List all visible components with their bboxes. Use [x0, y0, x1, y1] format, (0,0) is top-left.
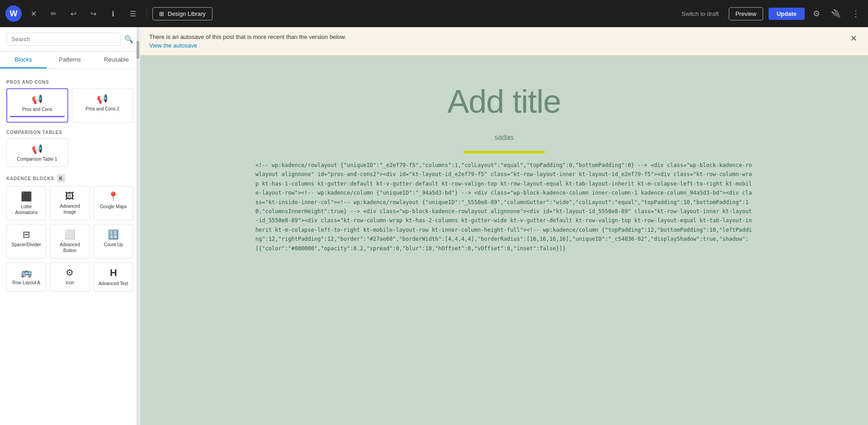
lottie-icon: ⬛: [21, 191, 32, 202]
comparison-tables-section-label: COMPARISON TABLES: [6, 130, 133, 135]
search-input[interactable]: [6, 33, 121, 46]
design-library-icon: ⊞: [159, 10, 164, 17]
count-up-icon: 🔢: [108, 229, 119, 240]
block-item-pros-cons-1[interactable]: 📢 Pros and Cons: [6, 88, 68, 123]
toolbar-separator: [146, 8, 147, 19]
advanced-text-icon: H: [110, 267, 117, 279]
advanced-image-label: Advanced Image: [53, 203, 86, 215]
tab-patterns[interactable]: Patterns: [47, 52, 93, 68]
close-button[interactable]: ✕: [25, 5, 42, 22]
spacer-divider-label: Spacer/Divider: [11, 242, 41, 248]
block-item-count-up[interactable]: 🔢 Count Up: [94, 224, 133, 258]
advanced-image-icon: 🖼: [65, 191, 74, 201]
sidebar: 🔍 Blocks Patterns Reusable PROS AND CONS…: [0, 27, 140, 425]
list-view-button[interactable]: ☰: [125, 5, 141, 22]
autosave-close-button[interactable]: ✕: [849, 33, 859, 43]
advanced-text-label: Advanced Text: [99, 281, 128, 287]
add-title[interactable]: Add title: [149, 83, 859, 120]
plugins-icon[interactable]: 🔌: [828, 6, 844, 21]
toolbar-right: Switch to draft Preview Update ⚙ 🔌 ⋮: [677, 6, 863, 21]
block-item-icon[interactable]: ⚙ Icon: [50, 262, 90, 291]
block-item-advanced-image[interactable]: 🖼 Advanced Image: [50, 186, 90, 220]
block-item-advanced-button[interactable]: ⬜ Advanced Button: [50, 224, 90, 258]
kadence-k-badge: K: [57, 174, 65, 182]
toolbar: W ✕ ✏ ↩ ↪ ℹ ☰ ⊞ Design Library Switch to…: [0, 0, 868, 27]
yellow-underline-decoration: [463, 151, 545, 153]
comparison-tables-grid: 📢 Comparison Table 1: [6, 138, 133, 167]
settings-icon[interactable]: ⚙: [810, 6, 823, 21]
autosave-notice: There is an autosave of this post that i…: [140, 27, 868, 56]
update-button[interactable]: Update: [769, 8, 805, 20]
block-item-pros-cons-2[interactable]: 📢 Pros and Cons 2: [72, 88, 134, 123]
icon-block-label: Icon: [66, 280, 74, 286]
info-button[interactable]: ℹ: [105, 5, 121, 22]
design-library-label: Design Library: [168, 10, 206, 17]
block-item-row-layout[interactable]: 🚌 Row Layout A: [6, 262, 46, 291]
kadence-blocks-label: KADENCE BLOCKS: [6, 176, 54, 181]
editor-area[interactable]: Add title sadas <!-- wp:kadence/rowlayou…: [140, 56, 868, 425]
pros-cons-1-icon: 📢: [32, 94, 43, 105]
block-item-comparison-table-1[interactable]: 📢 Comparison Table 1: [6, 138, 68, 167]
spacer-divider-icon: ⊟: [23, 229, 30, 240]
selected-bar: [10, 116, 65, 117]
kadence-blocks-header: KADENCE BLOCKS K: [6, 174, 133, 182]
icon-block-icon: ⚙: [66, 267, 74, 278]
tab-blocks[interactable]: Blocks: [0, 52, 47, 68]
pros-cons-1-label: Pros and Cons: [22, 106, 52, 112]
code-block: <!-- wp:kadence/rowlayout {"uniqueID":"_…: [255, 161, 753, 253]
advanced-button-label: Advanced Button: [53, 242, 86, 253]
comparison-table-1-label: Comparison Table 1: [17, 156, 57, 162]
block-item-lottie[interactable]: ⬛ Lottie Animations: [6, 186, 46, 220]
more-options-icon[interactable]: ⋮: [849, 6, 863, 21]
undo-button[interactable]: ↩: [65, 5, 81, 22]
search-icon-button[interactable]: 🔍: [124, 35, 133, 43]
wp-logo: W: [5, 5, 22, 22]
preview-button[interactable]: Preview: [729, 7, 763, 20]
count-up-label: Count Up: [104, 242, 123, 248]
pros-cons-2-icon: 📢: [97, 93, 108, 104]
block-item-advanced-text[interactable]: H Advanced Text: [94, 262, 133, 291]
autosave-message: There is an autosave of this post that i…: [149, 33, 346, 49]
content-area[interactable]: There is an autosave of this post that i…: [140, 27, 868, 425]
design-library-button[interactable]: ⊞ Design Library: [152, 7, 212, 20]
kadence-blocks-grid: ⬛ Lottie Animations 🖼 Advanced Image 📍 G…: [6, 186, 133, 291]
search-bar: 🔍: [0, 27, 140, 52]
pros-cons-2-label: Pros and Cons 2: [86, 106, 120, 112]
google-maps-label: Google Maps: [100, 204, 127, 210]
comparison-table-1-icon: 📢: [32, 143, 43, 154]
edit-button[interactable]: ✏: [45, 5, 61, 22]
view-autosave-link[interactable]: View the autosave: [149, 42, 346, 49]
switch-to-draft-button[interactable]: Switch to draft: [677, 8, 723, 20]
tab-reusable[interactable]: Reusable: [93, 52, 140, 68]
sidebar-scrollbar-thumb[interactable]: [137, 41, 139, 59]
pros-and-cons-grid: 📢 Pros and Cons 📢 Pros and Cons 2: [6, 88, 133, 123]
advanced-button-icon: ⬜: [64, 229, 75, 240]
block-item-spacer-divider[interactable]: ⊟ Spacer/Divider: [6, 224, 46, 258]
subtitle-text[interactable]: sadas: [149, 134, 859, 142]
block-item-google-maps[interactable]: 📍 Google Maps: [94, 186, 133, 220]
google-maps-icon: 📍: [108, 191, 119, 202]
lottie-label: Lottie Animations: [9, 204, 43, 215]
autosave-text: There is an autosave of this post that i…: [149, 33, 346, 40]
redo-button[interactable]: ↪: [85, 5, 101, 22]
main-layout: 🔍 Blocks Patterns Reusable PROS AND CONS…: [0, 27, 868, 425]
sidebar-scrollbar-track[interactable]: [137, 27, 139, 425]
row-layout-label: Row Layout A: [12, 280, 40, 286]
pros-and-cons-section-label: PROS AND CONS: [6, 80, 133, 85]
tab-bar: Blocks Patterns Reusable: [0, 52, 140, 69]
row-layout-icon: 🚌: [21, 267, 32, 278]
sidebar-content: PROS AND CONS 📢 Pros and Cons 📢 Pros and…: [0, 69, 140, 425]
